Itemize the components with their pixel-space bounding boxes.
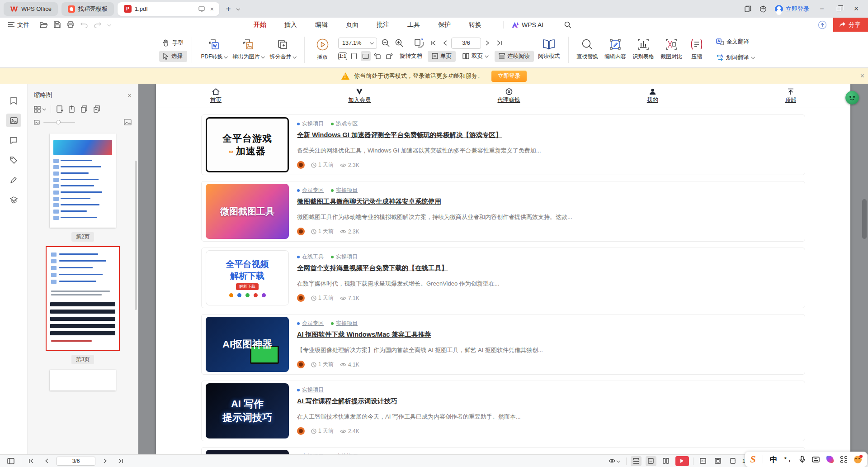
insert-page-icon[interactable]	[57, 105, 63, 113]
close-tab-icon[interactable]: ×	[208, 5, 216, 13]
article-title-link[interactable]: 全新 Windows GI 加速器评测全平台免费畅玩的终极解决【游戏专区】	[297, 131, 801, 139]
article-card[interactable]: 微图截图工具 会员专区 实操项目 微图截图工具微商聊天记录生成神器安卓系统使用 …	[201, 181, 805, 242]
fit-page-icon[interactable]	[712, 456, 723, 466]
thumbnail-page-4[interactable]	[50, 370, 116, 391]
rotate-left-icon[interactable]	[373, 51, 382, 61]
article-tag[interactable]: 会员专区	[297, 319, 324, 327]
tab-protect[interactable]: 保护	[435, 19, 453, 31]
article-tag[interactable]: 游戏专区	[331, 120, 358, 128]
nav-mine-link[interactable]: 我的	[647, 88, 658, 104]
floating-assistant-avatar[interactable]	[845, 91, 859, 105]
article-card[interactable]: 全平台视频 解析下载 解析下载 在线工具 实操项目 全网首个支持海量视频平台免费…	[201, 248, 805, 308]
compress-button[interactable]: 压缩	[685, 36, 708, 64]
paste-page-icon[interactable]	[94, 105, 101, 113]
extract-page-icon[interactable]	[69, 105, 75, 113]
hand-tool-button[interactable]: 手型	[159, 38, 187, 49]
punctuation-mode-icon[interactable]: °，	[784, 455, 793, 463]
copy-page-icon[interactable]	[81, 105, 88, 113]
toggle-sidebar-icon[interactable]	[5, 456, 16, 466]
find-replace-button[interactable]: 查找替换	[573, 36, 601, 64]
toolbox-grid-icon[interactable]	[840, 456, 847, 463]
tab-docer-templates[interactable]: 找稻壳模板	[61, 2, 114, 16]
article-card[interactable]: 实操项目 虚拟资源	[201, 447, 805, 454]
eye-protection-mode-icon[interactable]	[606, 456, 622, 466]
notice-close-icon[interactable]: ×	[860, 72, 864, 80]
statusbar-page-indicator-input[interactable]	[57, 457, 95, 466]
split-merge-button[interactable]: 拆分合并	[265, 36, 300, 64]
article-tag[interactable]: 实操项目	[297, 386, 324, 394]
continuous-reading-button[interactable]: 连续阅读	[495, 51, 534, 62]
fit-page-icon[interactable]	[361, 51, 371, 61]
window-stack-icon[interactable]	[744, 5, 751, 13]
article-card[interactable]: AI抠图神器 会员专区 实操项目 AI 抠图软件下载 Windows/Mac 兼…	[201, 314, 805, 375]
next-page-icon[interactable]	[100, 456, 111, 466]
edit-content-button[interactable]: 编辑内容	[601, 36, 629, 64]
layers-panel-icon[interactable]	[6, 193, 21, 207]
tab-list-chevron-icon[interactable]	[236, 7, 240, 10]
last-page-icon[interactable]	[494, 38, 505, 48]
login-entry[interactable]: 立即登录	[775, 5, 809, 13]
screenshot-compare-button[interactable]: 截图对比	[657, 36, 685, 64]
emoji-notification-icon[interactable]	[854, 456, 862, 463]
skin-theme-icon[interactable]	[826, 456, 834, 463]
signature-panel-icon[interactable]	[6, 173, 21, 187]
first-page-icon[interactable]	[428, 38, 439, 48]
soft-keyboard-icon[interactable]	[812, 457, 820, 462]
tab-edit[interactable]: 编辑	[312, 19, 330, 31]
comments-panel-icon[interactable]	[6, 133, 21, 147]
thumbnail-page-3-selected[interactable]	[47, 247, 119, 350]
tab-comment[interactable]: 批注	[374, 19, 392, 31]
play-button[interactable]	[675, 456, 689, 466]
pdf-convert-button[interactable]: PDF转换	[197, 36, 231, 64]
single-page-mode-button[interactable]: 单页	[428, 51, 456, 62]
chinese-mode-icon[interactable]: 中	[770, 454, 778, 465]
article-card[interactable]: AI 写作 提示词技巧 实操项目 AI 写作课程全解析提示词设计技巧 在人工智能…	[201, 381, 805, 441]
enter-read-on-screen-icon[interactable]	[198, 5, 205, 13]
thumbnail-smaller-icon[interactable]	[34, 120, 40, 125]
tab-insert[interactable]: 插入	[282, 19, 300, 31]
pdf-vertical-scrollbar[interactable]	[862, 199, 867, 239]
double-page-toggle-icon[interactable]	[660, 456, 671, 466]
tab-page[interactable]: 页面	[343, 19, 361, 31]
tab-document-1pdf[interactable]: P 1.pdf ×	[118, 2, 219, 16]
article-title-link[interactable]: AI 抠图软件下载 Windows/Mac 兼容工具推荐	[297, 330, 801, 339]
zoom-in-icon[interactable]	[394, 38, 404, 48]
nav-home-link[interactable]: 首页	[210, 88, 222, 104]
article-tag[interactable]: 在线工具	[297, 253, 324, 261]
rotate-pages-icon[interactable]	[414, 38, 424, 48]
zoom-out-icon[interactable]	[381, 38, 391, 48]
article-title-link[interactable]: 全网首个支持海量视频平台免费下载的【在线工具】	[297, 264, 801, 272]
thumbnails-panel-icon[interactable]	[6, 114, 21, 127]
redo-icon[interactable]	[94, 22, 101, 28]
next-page-icon[interactable]	[482, 38, 493, 48]
word-translate-button[interactable]: 划词翻译	[712, 52, 758, 63]
article-tag[interactable]: 实操项目	[331, 253, 358, 261]
bookmarks-panel-icon[interactable]	[6, 94, 21, 107]
export-as-image-button[interactable]: 输出为图片	[231, 36, 265, 64]
tab-home[interactable]: 开始	[251, 19, 269, 31]
last-page-icon[interactable]	[115, 456, 126, 466]
thumbnail-page-2[interactable]	[50, 133, 116, 228]
zoom-select[interactable]: 137.1%	[338, 38, 377, 49]
article-tag[interactable]: 会员专区	[297, 186, 324, 194]
integrations-cube-icon[interactable]	[760, 5, 767, 13]
fit-width-icon[interactable]	[349, 51, 359, 61]
article-tag[interactable]: 实操项目	[331, 319, 358, 327]
article-title-link[interactable]: AI 写作课程全解析提示词设计技巧	[297, 397, 801, 405]
article-card[interactable]: 全平台游戏 ∞加速器 实操项目 游戏专区 全新 Windows GI 加速器评测…	[201, 114, 805, 175]
labels-panel-icon[interactable]	[6, 153, 21, 167]
wps-ai-button[interactable]: WPS AI	[503, 21, 543, 29]
print-icon[interactable]	[67, 21, 74, 28]
table-recognition-button[interactable]: 识别表格	[629, 36, 657, 64]
rotate-document-button[interactable]: 旋转文档	[396, 51, 426, 62]
thumbnail-panel-scrollbar[interactable]	[135, 161, 137, 310]
search-icon[interactable]	[564, 21, 571, 29]
article-title-link[interactable]: 微图截图工具微商聊天记录生成神器安卓系统使用	[297, 197, 801, 206]
thumbnail-view-mode-icon[interactable]	[34, 106, 45, 113]
nav-top-link[interactable]: 顶部	[785, 88, 796, 104]
close-window-button[interactable]: ×	[852, 5, 861, 14]
thumbnail-size-slider[interactable]	[43, 122, 75, 123]
quickbar-chevron-icon[interactable]	[107, 23, 111, 26]
tab-wps-office[interactable]: WPS Office	[4, 2, 58, 16]
first-page-icon[interactable]	[26, 456, 37, 466]
